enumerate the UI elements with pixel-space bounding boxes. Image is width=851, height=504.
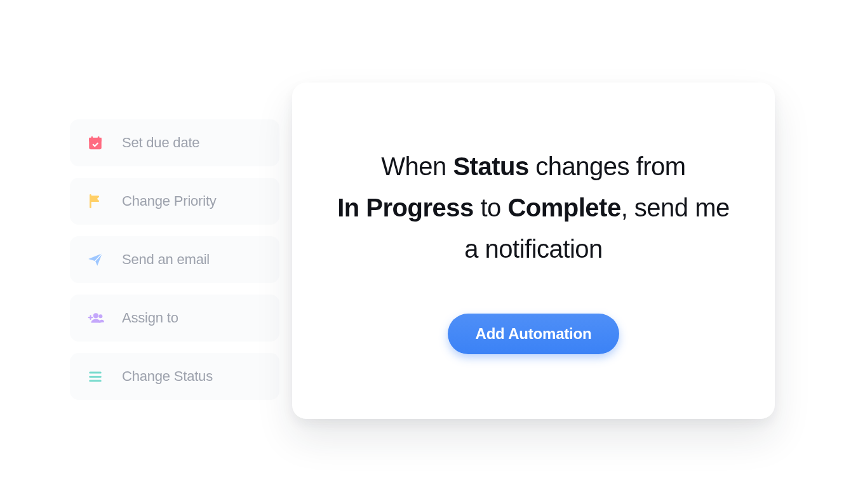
svg-rect-8 [89, 380, 102, 381]
svg-rect-7 [89, 376, 102, 378]
action-label: Send an email [122, 251, 210, 268]
sentence-text: changes from [529, 152, 686, 180]
action-label: Set due date [122, 135, 199, 151]
automation-card: When Status changes from In Progress to … [292, 83, 775, 419]
action-change-priority[interactable]: Change Priority [70, 178, 279, 225]
add-automation-button[interactable]: Add Automation [448, 314, 620, 354]
svg-rect-6 [89, 371, 102, 373]
sentence-status-from: In Progress [337, 194, 474, 222]
action-change-status[interactable]: Change Status [70, 353, 279, 400]
list-icon [86, 368, 104, 385]
svg-point-4 [93, 313, 98, 318]
svg-rect-2 [91, 136, 93, 140]
action-set-due-date[interactable]: Set due date [70, 119, 279, 166]
user-plus-icon [86, 309, 104, 327]
calendar-check-icon [86, 134, 104, 152]
flag-icon [86, 192, 104, 210]
action-list: Set due date Change Priority Send an ema… [70, 119, 279, 400]
svg-rect-3 [98, 136, 100, 140]
sentence-status-to: Complete [507, 194, 620, 222]
paper-plane-icon [86, 251, 104, 269]
action-label: Assign to [122, 310, 178, 326]
sentence-field-status: Status [453, 152, 528, 180]
automation-sentence: When Status changes from In Progress to … [333, 146, 734, 269]
action-assign-to[interactable]: Assign to [70, 295, 279, 342]
sentence-text: to [474, 194, 508, 222]
action-label: Change Priority [122, 193, 217, 209]
action-send-email[interactable]: Send an email [70, 236, 279, 283]
action-label: Change Status [122, 368, 213, 385]
svg-point-5 [98, 314, 102, 318]
sentence-text: When [381, 152, 453, 180]
svg-rect-1 [89, 138, 102, 142]
